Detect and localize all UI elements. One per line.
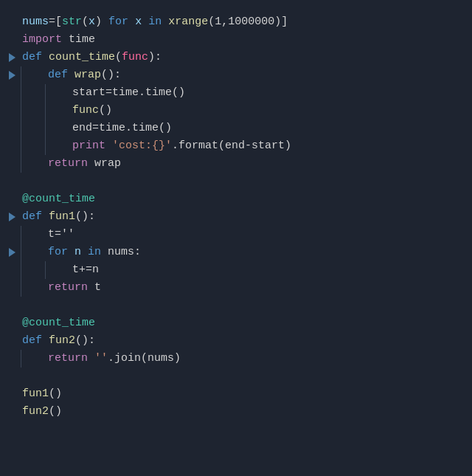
token: ) [95,13,108,30]
token: ( [82,13,88,30]
token: (): [101,66,121,83]
line-gutter [6,53,19,62]
code-tokens: print 'cost:{}'.format(end-start) [69,137,291,154]
token [101,244,108,261]
code-line: def fun1(): [0,208,472,226]
token: fun1 [22,385,49,402]
token: return [48,155,88,172]
token: @count_time [22,190,95,207]
fold-triangle-icon[interactable] [9,71,15,80]
code-line: def fun2(): [0,332,472,350]
token: '' [94,350,108,367]
code-line: t='' [0,226,472,244]
code-line: def count_time(func): [0,49,472,66]
token: func [122,49,148,66]
token: () [99,102,112,119]
code-line: func() [0,102,472,120]
token [42,49,49,66]
line-gutter [6,71,19,80]
token: wrap [88,155,121,172]
token: () [49,403,62,420]
code-line: @count_time [0,314,472,332]
code-line: start=time.time() [0,84,472,102]
token: def [48,66,68,83]
code-tokens: import time [19,31,95,48]
token: nums: [108,244,141,261]
code-tokens: for n in nums: [45,244,141,261]
token [162,13,168,30]
indent-guide [21,120,21,137]
token: xrange [168,13,208,30]
code-line: fun2() [0,403,472,421]
indent-guide [45,120,46,137]
fold-triangle-icon[interactable] [9,248,15,257]
code-tokens: return ''.join(nums) [45,350,181,367]
indent-guide [45,137,46,155]
token: 'cost:{}' [112,137,172,154]
token: start) [251,137,291,154]
code-line: import time [0,31,472,49]
token: (1,1000000)] [208,13,288,30]
code-line: @count_time [0,190,472,208]
code-line: fun1() [0,385,472,403]
indent-guide [21,244,21,261]
token: x [88,13,95,30]
token [42,208,49,225]
token: .format(end [172,137,245,154]
code-tokens: @count_time [19,314,95,331]
indent-guide [45,84,46,102]
token: in [148,13,162,30]
token [68,244,74,261]
token: count_time [49,49,115,66]
fold-triangle-icon[interactable] [9,53,15,62]
code-line: for n in nums: [0,244,472,261]
token: nums [22,13,49,30]
code-tokens: fun1() [19,385,62,402]
token [42,332,49,349]
token: - [245,137,251,154]
indent-guide [21,102,21,120]
indent-guide [21,261,21,279]
token: in [88,244,101,261]
token: fun2 [49,332,75,349]
code-line: end=time.time() [0,120,472,137]
code-line: return ''.join(nums) [0,350,472,368]
code-line [0,297,472,314]
token: time [62,31,95,48]
code-line: print 'cost:{}'.format(end-start) [0,137,472,155]
token: (): [75,332,95,349]
indent-guide [21,155,21,173]
token: n [74,244,81,261]
indent-guide [21,137,21,155]
code-line: t+=n [0,261,472,279]
indent-guide [21,350,21,368]
code-tokens: return wrap [45,155,121,172]
code-line [0,368,472,385]
token: end=time.time() [72,120,172,137]
code-tokens: @count_time [19,190,95,207]
token: for [48,244,68,261]
token: () [49,385,62,402]
code-tokens: func() [69,102,112,119]
token: t+=n [72,261,99,278]
code-line: return t [0,279,472,297]
fold-triangle-icon[interactable] [9,213,15,221]
token [105,137,112,154]
indent-guide [45,261,46,279]
token: t='' [48,226,74,243]
code-tokens: def fun1(): [19,208,95,225]
code-tokens: end=time.time() [69,120,172,137]
token: wrap [74,66,101,83]
code-tokens: def wrap(): [45,66,121,83]
token: func [72,102,99,119]
indent-guide [21,84,21,102]
code-tokens: fun2() [19,403,62,420]
token: start=time.time() [72,84,185,101]
token: return [48,350,88,367]
indent-guide [21,226,21,244]
code-tokens: start=time.time() [69,84,185,101]
code-tokens: t+=n [69,261,99,278]
indent-guide [45,102,46,120]
token: ): [148,49,162,66]
line-gutter [6,213,19,221]
